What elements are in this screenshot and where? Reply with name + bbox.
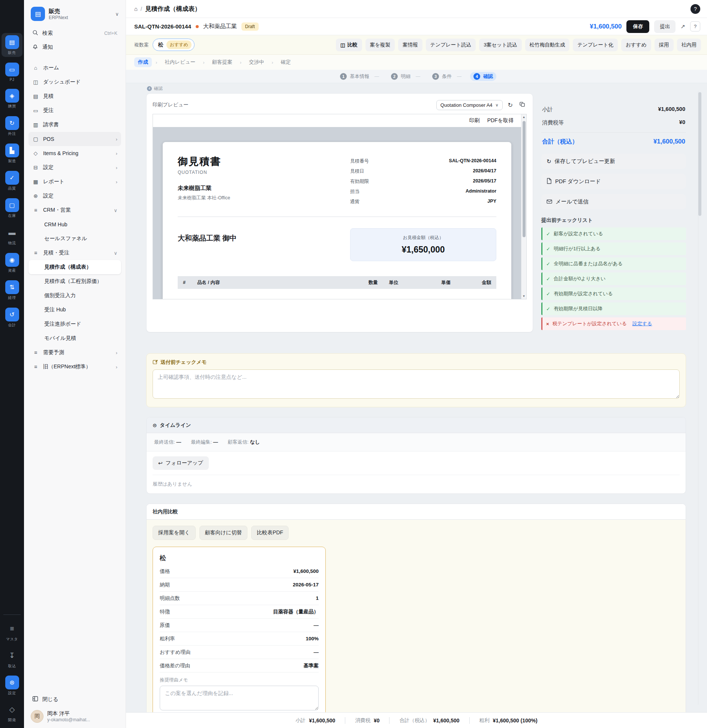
sidebar-menu-item[interactable]: 受注進捗ボード [28,317,121,331]
scroll-down-icon[interactable]: ▼ [523,293,526,299]
sidebar-menu-item[interactable]: CRM Hub [28,217,121,232]
copy-icon[interactable] [518,101,527,109]
supplier-name: 未来樹脂工業 [178,185,350,192]
configure-tax-link[interactable]: 設定する [632,320,652,327]
master-data-icon: ≡ [5,622,19,635]
rail-utility-item[interactable]: ◇ 開発 [1,700,22,724]
toolbar-button[interactable]: 3案セット読込 [479,39,521,51]
plan-selector-pill[interactable]: 松 おすすめ [153,39,195,51]
step-number-badge: 3 [432,73,439,80]
status-bar-item: 粗利 ¥1,600,500 (100%) [469,717,547,724]
quotation-meta-fields: 見積番号 SAL-QTN-2026-00144 見積日 2026/04/17 有… [350,155,496,207]
sidebar-menu-item[interactable]: ≡ 需要予測 › [28,345,121,360]
toolbar-button[interactable]: ◫ 比較 [336,39,362,51]
wizard-step-tab[interactable]: 2 明細 — [388,72,424,81]
rail-module-item[interactable]: ◈ 購買 [1,87,22,111]
sidebar-menu-item[interactable]: ▦ レポート › [28,175,121,189]
sidebar-menu-item[interactable]: 見積作成（工程別原価） [28,274,121,289]
sidebar-menu-item[interactable]: モバイル見積 [28,331,121,345]
help-button[interactable]: ? [690,21,700,31]
rail-module-item[interactable]: ✓ 品質 [1,169,22,193]
user-menu[interactable]: 岡 岡本 洋平 y-okamoto@maihat... [28,706,121,723]
toolbar-button[interactable]: テンプレート読込 [426,39,476,51]
timeline-meta-item: 最終編集: — [191,439,218,445]
refresh-preview-icon[interactable]: ↻ [506,101,514,109]
sidebar-menu-item[interactable]: ⌂ ホーム [28,61,121,75]
sidebar-menu-item[interactable]: ▢ POS › [28,132,121,146]
external-link-icon[interactable]: ↗ [680,23,685,30]
comparison-action-button[interactable]: 採用案を開く [153,526,196,540]
toolbar-button[interactable]: おすすめ [621,39,651,51]
pdf-download-button[interactable]: PDF ダウンロード [541,174,686,189]
sidebar-menu-item[interactable]: ⊟ 設定 › [28,160,121,175]
sidebar-menu-item[interactable]: 受注 Hub [28,303,121,317]
import-icon: ↧ [5,649,19,662]
rail-module-item[interactable]: ↺ 会計 [1,305,22,329]
sidebar-collapse-button[interactable]: 閉じる [28,692,121,706]
rail-utility-item[interactable]: ↧ 取込 [1,646,22,670]
quotation-meta-row: 担当 Administrator [350,187,496,197]
help-bubble-button[interactable]: ? [691,4,700,14]
submit-button[interactable]: 提出 [654,20,676,33]
sidebar-menu-item[interactable]: ⊛ 設定 [28,189,121,203]
rail-module-item[interactable]: ▭ PJ [1,60,22,83]
sidebar-menu-item[interactable]: ≡ 見積・受注 ∨ [28,246,121,260]
workflow-step: 作成 › [134,57,157,67]
wizard-step-tab[interactable]: 4 確認 — [470,72,496,81]
toolbar-button[interactable]: 案を複製 [365,39,395,51]
quotation-meta-row: 見積日 2026/04/17 [350,166,496,176]
sidebar-menu-item[interactable]: ▤ 見積 [28,89,121,103]
sidebar-menu-item[interactable]: ≡ 旧（ERPNext標準） › [28,360,121,374]
scroll-up-icon[interactable]: ▲ [523,114,526,120]
rail-module-item[interactable]: ↻ 外注 [1,114,22,138]
print-format-select[interactable]: Quotation Composer A4 ∨ [436,100,503,110]
send-email-button[interactable]: メールで送信 [541,194,686,209]
rail-module-item[interactable]: ◉ 資産 [1,251,22,275]
rail-module-item[interactable]: ▙ 製造 [1,141,22,165]
rail-module-label: 購買 [8,104,16,109]
workflow-step: 確定 › [277,57,295,67]
rail-utility-label: 設定 [8,691,16,696]
workspace-switcher[interactable]: ▤ 販売 ERPNext ∨ [28,6,121,26]
toolbar-button[interactable]: 案情報 [398,39,422,51]
rail-utility-item[interactable]: ≡ マスタ [1,619,22,643]
preview-scrollbar[interactable]: ▲ ▼ [521,114,526,299]
rail-module-label: 在庫 [8,213,16,218]
wizard-step-tab[interactable]: 3 条件 — [429,72,465,81]
toolbar-button[interactable]: テンプレート化 [573,39,618,51]
sidebar-search[interactable]: 検索 Ctrl+K [28,26,121,40]
print-link[interactable]: 印刷 [469,117,480,124]
toolbar-button[interactable]: 松竹梅自動生成 [525,39,570,51]
rail-utility-item[interactable]: ⊛ 設定 [1,673,22,697]
sidebar-menu-item[interactable]: ≡ CRM・営業 ∨ [28,203,121,217]
sidebar-menu-item[interactable]: セールスファネル [28,232,121,246]
rail-module-item[interactable]: ▢ 在庫 [1,196,22,220]
wizard-step-tab[interactable]: 1 基本情報 — [337,72,382,81]
toolbar-button[interactable]: 採用 [655,39,674,51]
sidebar-menu-item[interactable]: ▥ 請求書 [28,118,121,132]
sidebar-menu-item[interactable]: ◫ ダッシュボード [28,75,121,89]
recommend-memo-textarea[interactable] [160,686,319,710]
comparison-action-button[interactable]: 比較表PDF [251,526,289,540]
save-button[interactable]: 保存 [626,20,649,33]
rail-module-item[interactable]: ▬ 物流 [1,223,22,247]
pre-send-memo-textarea[interactable] [153,369,680,399]
sidebar-menu-item[interactable]: 見積作成（構成表） [28,260,121,274]
close-label: 閉じる [42,696,58,703]
pencil-note-icon [153,359,158,366]
page-scrollbar-thumb[interactable] [698,92,701,216]
comparison-action-button[interactable]: 顧客向けに切替 [199,526,248,540]
preview-scroll-thumb[interactable] [523,121,526,237]
rail-module-item[interactable]: ▤ 販売 [1,33,22,57]
sidebar-notifications[interactable]: 通知 [28,40,121,54]
rail-module-item[interactable]: ⇅ 経理 [1,278,22,302]
sidebar-menu-item[interactable]: 個別受注入力 [28,289,121,303]
home-icon[interactable]: ⌂ [134,6,138,12]
sidebar-menu-item[interactable]: ▭ 受注 [28,103,121,118]
save-and-refresh-preview-button[interactable]: ↻ 保存してプレビュー更新 [541,154,686,169]
sidebar-menu-item[interactable]: ◇ Items & Pricing › [28,146,121,160]
get-pdf-link[interactable]: PDFを取得 [487,117,514,124]
follow-up-button[interactable]: ↩ フォローアップ [153,456,209,470]
home-icon: ⌂ [32,65,39,71]
toolbar-button[interactable]: 社内用 [677,39,701,51]
